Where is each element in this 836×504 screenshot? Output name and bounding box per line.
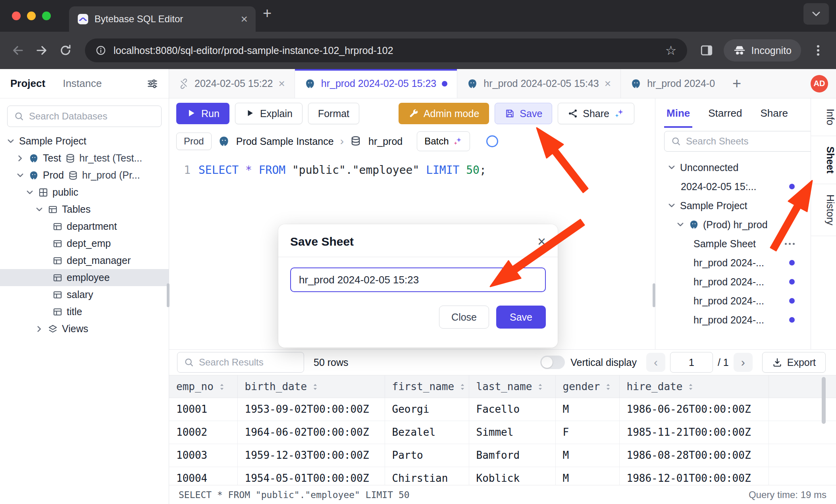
modal-save-button[interactable]: Save [496,306,546,329]
tree-table-department[interactable]: department [0,218,169,235]
share-button[interactable]: Share [558,103,634,124]
modal-close-button[interactable]: Close [439,306,489,329]
new-tab-button[interactable]: + [263,6,272,21]
tree-table-salary[interactable]: salary [0,286,169,303]
tree-tables-group[interactable]: Tables [0,201,169,218]
back-button[interactable] [11,44,25,57]
cell[interactable]: Koblick [469,467,555,485]
tree-env-prod[interactable]: Prod hr_prod (Pr... [0,167,169,184]
cell[interactable]: Simmel [469,421,555,444]
editor-tab-1[interactable]: 2024-02-05 15:22 × [169,69,295,98]
panel-resize-handle[interactable] [653,283,655,307]
vertical-display-toggle[interactable] [540,356,565,369]
bookmark-icon[interactable]: ☆ [665,43,677,58]
tab-list-button[interactable] [803,3,829,25]
cell[interactable]: 10003 [169,444,237,467]
cell[interactable]: Parto [385,444,469,467]
cell[interactable]: M [555,467,619,485]
database-search[interactable] [7,106,162,127]
close-icon[interactable]: × [605,77,611,90]
results-search[interactable] [177,352,304,373]
window-minimize-button[interactable] [27,12,36,20]
sheet-group-unconnected[interactable]: Unconnected [655,158,811,177]
tab-instance[interactable]: Instance [63,77,102,90]
editor-tab-4[interactable]: hr_prod 2024-0 [621,69,724,98]
cell[interactable]: F [555,421,619,444]
table-row[interactable]: 10003 1959-12-03T00:00:00Z Parto Bamford… [169,444,836,467]
filter-sliders-icon[interactable] [146,78,158,90]
reload-button[interactable] [59,44,72,57]
explain-button[interactable]: Explain [235,103,302,124]
instance-name[interactable]: Prod Sample Instance [236,136,334,147]
editor-tab-2-active[interactable]: hr_prod 2024-02-05 15:23 [295,69,458,98]
column-header[interactable]: first_name [385,375,469,398]
window-zoom-button[interactable] [42,12,51,20]
browser-tab[interactable]: Bytebase SQL Editor × [69,6,256,32]
sheet-item[interactable]: hr_prod 2024-... [655,310,811,329]
cell[interactable]: 1954-05-01T00:00:00Z [237,467,385,485]
tree-env-test[interactable]: Test hr_test (Test... [0,150,169,167]
sheet-item[interactable]: hr_prod 2024-... [655,291,811,310]
database-name[interactable]: hr_prod [368,136,403,147]
sheet-item-sample[interactable]: Sample Sheet [655,234,811,253]
side-panel-icon[interactable] [700,44,713,57]
cell[interactable]: Facello [469,398,555,421]
tree-table-dept-emp[interactable]: dept_emp [0,235,169,252]
cell[interactable]: 1986-06-26T00:00:00Z [619,398,769,421]
sheet-connection[interactable]: (Prod) hr_prod [655,215,811,234]
admin-mode-button[interactable]: Admin mode [399,103,489,124]
strip-tab-history[interactable]: History [811,184,836,236]
cell[interactable]: 1986-08-28T00:00:00Z [619,444,769,467]
table-row[interactable]: 10001 1953-09-02T00:00:00Z Georgi Facell… [169,398,836,421]
cell[interactable]: 1964-06-02T00:00:00Z [237,421,385,444]
user-avatar[interactable]: AD [811,75,828,92]
tree-table-employee[interactable]: employee [0,269,169,286]
tab-starred[interactable]: Starred [708,98,742,128]
run-button[interactable]: Run [176,103,229,124]
sheet-item[interactable]: 2024-02-05 15:... [655,177,811,196]
browser-menu-icon[interactable] [811,44,825,57]
refresh-icon[interactable] [485,134,499,148]
tab-share[interactable]: Share [761,98,788,128]
forward-button[interactable] [35,44,48,57]
tree-table-title[interactable]: title [0,303,169,320]
cell[interactable]: 1953-09-02T00:00:00Z [237,398,385,421]
env-chip[interactable]: Prod [176,133,212,150]
page-input[interactable] [670,352,713,373]
save-button[interactable]: Save [495,103,552,124]
prev-page-button[interactable]: ‹ [646,353,665,372]
cell[interactable]: Chirstian [385,467,469,485]
close-icon[interactable]: × [278,77,285,90]
cell[interactable]: 10002 [169,421,237,444]
batch-button[interactable]: Batch [417,131,470,151]
cell[interactable]: 1959-12-03T00:00:00Z [237,444,385,467]
sheet-item[interactable]: hr_prod 2024-... [655,253,811,272]
sheet-group-project[interactable]: Sample Project [655,196,811,215]
tab-mine[interactable]: Mine [666,98,690,128]
table-row[interactable]: 10004 1954-05-01T00:00:00Z Chirstian Kob… [169,467,836,485]
cell[interactable]: Bamford [469,444,555,467]
cell[interactable]: 10004 [169,467,237,485]
cell[interactable]: 10001 [169,398,237,421]
strip-tab-info[interactable]: Info [811,98,836,136]
sheet-item[interactable]: hr_prod 2024-... [655,272,811,291]
table-row[interactable]: 10002 1964-06-02T00:00:00Z Bezalel Simme… [169,421,836,444]
tree-project[interactable]: Sample Project [0,133,169,150]
sheet-name-input[interactable] [290,267,546,292]
tree-schema-public[interactable]: public [0,184,169,201]
cell[interactable]: M [555,398,619,421]
tab-project[interactable]: Project [10,77,45,90]
cell[interactable]: Bezalel [385,421,469,444]
column-header[interactable]: emp_no [169,375,237,398]
tree-table-dept-manager[interactable]: dept_manager [0,252,169,269]
results-search-input[interactable] [199,357,322,368]
cell[interactable]: 1985-11-21T00:00:00Z [619,421,769,444]
modal-close-icon[interactable]: × [537,235,546,249]
column-header[interactable]: hire_date [619,375,769,398]
format-button[interactable]: Format [308,103,359,124]
window-close-button[interactable] [12,12,21,20]
editor-tab-3[interactable]: hr_prod 2024-02-05 15:43 × [457,69,621,98]
cell[interactable]: Georgi [385,398,469,421]
strip-tab-sheet[interactable]: Sheet [811,136,836,184]
column-header[interactable]: gender [555,375,619,398]
